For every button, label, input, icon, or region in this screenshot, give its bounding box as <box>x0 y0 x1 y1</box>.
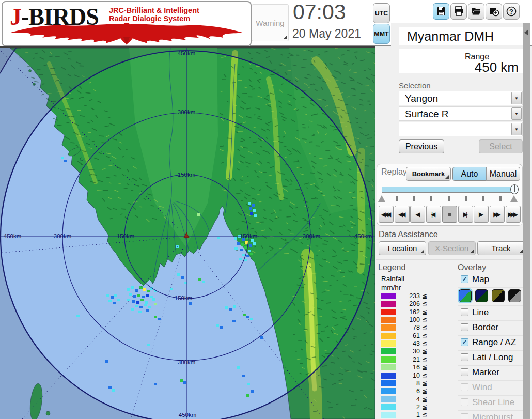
legend-row: 162≦ <box>381 308 443 316</box>
replay-slider-handle[interactable] <box>510 184 519 194</box>
timeline-tick <box>499 196 502 201</box>
map-style-navy-darkgreen-button[interactable] <box>475 289 488 302</box>
legend-operator: ≦ <box>422 364 427 371</box>
print-button[interactable] <box>450 3 467 20</box>
overlay-checkbox-wind[interactable] <box>461 383 468 391</box>
selection-combo-2[interactable]: Surface R▼ <box>399 106 523 121</box>
map-style-black-gray-button[interactable] <box>508 289 521 302</box>
rain-echo <box>139 286 143 289</box>
play-reverse-button[interactable]: ◀ <box>410 206 425 223</box>
overlay-checkbox-shear-line[interactable] <box>461 398 468 406</box>
rain-echo <box>197 213 200 216</box>
rain-echo <box>146 294 149 297</box>
save-icon <box>436 6 446 17</box>
fast-rewind-button[interactable]: ◀◀ <box>395 206 410 223</box>
save-button[interactable] <box>433 3 449 20</box>
legend-swatch <box>381 412 396 418</box>
rain-echo <box>241 243 244 246</box>
radar-map[interactable]: 450km300km150km150km300km450km450km300km… <box>0 46 375 419</box>
selection-combo-3[interactable]: ▼ <box>399 122 523 136</box>
rain-echo <box>176 245 179 248</box>
location-label: Location <box>388 244 417 253</box>
rain-echo <box>150 296 153 298</box>
stop-button[interactable]: ■ <box>442 206 457 223</box>
ring-label: 150km <box>178 172 196 178</box>
legend-operator: ≦ <box>422 340 427 347</box>
chevron-down-icon[interactable]: ▼ <box>511 123 522 135</box>
overlay-label: Map <box>472 274 489 285</box>
legend-row: 61≦ <box>381 332 443 339</box>
rain-echo <box>105 360 108 363</box>
legend-swatch <box>381 380 396 386</box>
chevron-down-icon[interactable]: ▼ <box>511 92 522 104</box>
step-forward-button[interactable]: ▶| <box>458 206 473 223</box>
rain-echo <box>131 286 134 289</box>
rain-echo <box>114 294 117 297</box>
legend-swatch <box>381 333 396 339</box>
panel-scrollbar[interactable] <box>523 23 530 419</box>
overlay-checkbox-marker[interactable] <box>461 368 468 376</box>
rain-echo <box>139 306 143 308</box>
select-button[interactable]: Select <box>479 139 523 153</box>
skip-to-end-button[interactable]: ▶▶▶ <box>506 206 521 223</box>
legend-swatch <box>381 396 396 402</box>
x-section-button[interactable]: X-Section <box>428 241 476 255</box>
logo-subtitle: JRC-Brilliant & Intelligent Radar Dialog… <box>109 7 199 23</box>
overlay-checkbox-lati-long[interactable] <box>461 353 468 361</box>
track-button[interactable]: Track <box>477 241 525 255</box>
step-back-button[interactable]: |◀ <box>426 206 441 223</box>
selection-combo-1[interactable]: Yangon▼ <box>399 91 523 105</box>
legend-swatch <box>381 293 396 299</box>
overlay-checkbox-line[interactable] <box>461 308 468 316</box>
timeline-tick <box>465 196 467 201</box>
legend-value: 162 <box>397 308 420 316</box>
overlay-row-border: Border <box>458 321 523 336</box>
rain-echo <box>133 295 136 298</box>
rain-echo <box>112 389 115 392</box>
overlay-checkbox-microburst[interactable] <box>461 413 468 419</box>
warning-button[interactable]: Warning <box>252 4 289 41</box>
open-folder-button[interactable] <box>468 3 484 20</box>
overlay-label: Border <box>472 322 498 333</box>
rain-echo <box>127 299 130 301</box>
overlay-row-map: ✓Map <box>458 273 523 288</box>
legend-row: 233≦ <box>381 292 443 300</box>
map-style-olive-black-button[interactable] <box>492 289 505 302</box>
mmt-toggle-button[interactable]: MMT <box>373 24 390 44</box>
rain-echo <box>76 315 80 317</box>
add-image-button[interactable] <box>486 3 502 20</box>
replay-timeline-slider[interactable] <box>382 187 518 193</box>
rain-echo <box>253 242 256 245</box>
warning-label: Warning <box>256 19 284 27</box>
manual-mode-button[interactable]: Manual <box>486 167 520 181</box>
previous-button[interactable]: Previous <box>399 139 444 153</box>
timeline-tick <box>396 196 398 201</box>
fast-forward-button[interactable]: ▶▶ <box>490 206 505 223</box>
legend-swatch <box>381 317 396 323</box>
legend-row: 10≦ <box>381 372 443 379</box>
rain-echo <box>183 381 186 384</box>
bookmark-button[interactable]: Bookmark <box>406 167 451 181</box>
rain-echo <box>132 300 135 303</box>
utc-toggle-button[interactable]: UTC <box>373 3 390 23</box>
overlay-checkbox-map[interactable]: ✓ <box>461 275 468 283</box>
play-button[interactable]: ▶ <box>474 206 489 223</box>
legend-value: 30 <box>397 348 420 355</box>
overlay-checkbox-border[interactable] <box>461 323 468 331</box>
ring-label: 450km <box>178 50 196 56</box>
help-icon: ? <box>506 6 517 17</box>
overlay-label: Microburst <box>472 412 513 419</box>
overlay-checkbox-range-az[interactable]: ✓ <box>461 338 468 346</box>
map-style-blue-green-button[interactable] <box>459 289 472 302</box>
location-button[interactable]: Location <box>379 241 426 255</box>
overlay-label: Lati / Long <box>472 352 513 363</box>
bookmark-label: Bookmark <box>412 170 445 178</box>
skip-to-start-button[interactable]: ◀◀◀ <box>379 206 394 223</box>
legend-value: 8 <box>397 380 420 387</box>
auto-mode-button[interactable]: Auto <box>452 167 487 181</box>
help-button[interactable]: ? <box>503 3 520 20</box>
legend-swatch <box>381 309 396 315</box>
legend-value: 6 <box>397 387 420 395</box>
chevron-down-icon[interactable]: ▼ <box>511 107 522 120</box>
open-folder-icon <box>471 6 481 17</box>
